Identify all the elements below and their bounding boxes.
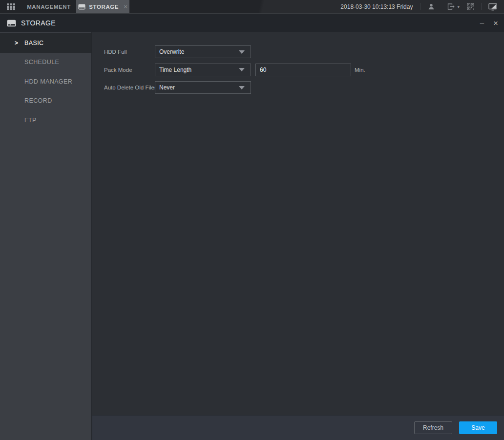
hdd-full-label: HDD Full [104,49,155,55]
auto-delete-dropdown[interactable]: Never [155,81,251,94]
apps-grid-icon [7,3,15,10]
close-button[interactable]: × [492,19,499,27]
auto-delete-label: Auto Delete Old Files [104,85,155,90]
sidebar-item-label: HDD MANAGER [24,78,72,85]
minutes-unit-label: Min. [355,67,365,73]
storage-disk-icon [78,4,85,10]
tab-management-label: MANAGEMENT [27,4,71,10]
footer-bar: Refresh Save [92,415,504,440]
user-icon[interactable] [426,3,436,11]
topbar: MANAGEMENT STORAGE × 2018-03-30 10:13:13… [0,0,504,14]
storage-disk-icon [7,20,16,27]
window-titlebar: STORAGE – × [0,14,504,32]
sidebar-item-label: SCHEDULE [24,59,59,66]
sidebar-item-basic[interactable]: > BASIC [0,33,91,53]
sidebar: > BASIC SCHEDULE HDD MANAGER RECORD FTP [0,32,92,440]
monitor-icon[interactable] [487,3,498,11]
window-title: STORAGE [21,19,56,27]
sidebar-item-record[interactable]: RECORD [0,91,91,111]
pack-mode-dropdown[interactable]: Time Length [155,64,251,76]
tab-storage[interactable]: STORAGE × [76,0,129,13]
apps-grid-button[interactable] [0,0,21,13]
chevron-down-icon [239,68,245,71]
window-controls: – × [479,19,504,28]
tab-close-icon[interactable]: × [124,3,127,10]
pack-mode-row: Pack Mode Time Length Min. [104,64,504,76]
sidebar-item-ftp[interactable]: FTP [0,110,91,130]
tab-management[interactable]: MANAGEMENT [21,0,76,13]
topbar-divider [481,3,482,10]
dropdown-selected-value: Overwrite [159,48,184,55]
refresh-button[interactable]: Refresh [414,421,452,434]
sidebar-item-label: BASIC [24,40,44,46]
sidebar-item-hdd-manager[interactable]: HDD MANAGER [0,72,91,91]
qr-code-icon[interactable] [466,3,475,10]
chevron-down-icon: ▾ [457,4,460,9]
pack-length-input[interactable] [255,64,351,76]
screen: { "topbar": { "tabs": [ { "label": "MANA… [0,0,504,440]
sidebar-item-schedule[interactable]: SCHEDULE [0,53,91,72]
datetime-text: 2018-03-30 10:13:13 Friday [340,3,413,10]
sidebar-item-label: RECORD [24,97,52,104]
minimize-button[interactable]: – [479,19,485,28]
hdd-full-row: HDD Full Overwrite [104,45,504,58]
sidebar-item-label: FTP [24,117,37,124]
hdd-full-dropdown[interactable]: Overwrite [155,45,251,58]
chevron-down-icon [239,86,245,89]
basic-settings-panel: HDD Full Overwrite Pack Mode Time Length… [92,32,504,415]
auto-delete-row: Auto Delete Old Files Never [104,81,504,94]
topbar-divider [420,3,420,10]
active-item-arrow-icon: > [15,40,24,46]
dropdown-selected-value: Time Length [159,66,191,73]
dropdown-selected-value: Never [159,84,175,91]
tab-storage-label: STORAGE [89,4,119,10]
pack-mode-label: Pack Mode [104,67,155,73]
logout-icon[interactable]: ▾ [446,3,461,10]
chevron-down-icon [239,50,245,54]
save-button[interactable]: Save [459,421,497,434]
